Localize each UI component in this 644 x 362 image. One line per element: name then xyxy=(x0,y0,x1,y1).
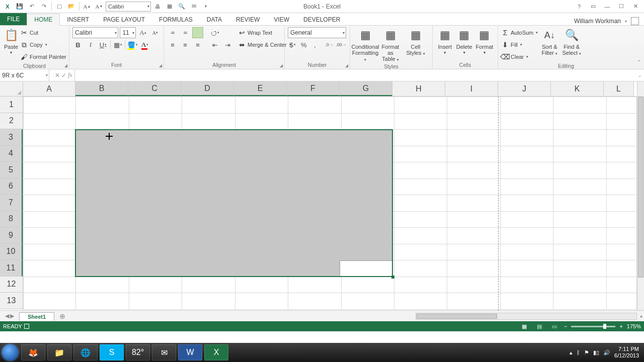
cell[interactable] xyxy=(129,277,182,293)
cell[interactable] xyxy=(606,244,636,260)
cell[interactable] xyxy=(182,146,235,162)
cell[interactable] xyxy=(182,228,235,244)
cell[interactable] xyxy=(288,130,341,146)
cell[interactable] xyxy=(394,97,447,114)
row-header[interactable]: 4 xyxy=(0,146,23,162)
cell[interactable] xyxy=(500,178,553,195)
cell[interactable] xyxy=(24,146,76,162)
vertical-scrollbar[interactable] xyxy=(637,81,644,310)
borders-button[interactable]: ▦ xyxy=(112,39,123,50)
cell[interactable] xyxy=(235,146,288,162)
cell[interactable] xyxy=(24,178,76,195)
cell[interactable] xyxy=(447,293,500,310)
taskbar-app-firefox[interactable]: 🦊 xyxy=(21,344,45,360)
cell[interactable] xyxy=(553,277,606,293)
align-left-button[interactable]: ≡ xyxy=(167,39,178,50)
start-button[interactable] xyxy=(2,344,18,360)
cell[interactable] xyxy=(24,260,76,277)
avatar[interactable] xyxy=(631,17,639,25)
cell[interactable] xyxy=(606,195,636,212)
tray-network-icon[interactable]: ▮▯ xyxy=(593,349,599,356)
cell[interactable] xyxy=(606,293,636,310)
tray-volume-icon[interactable]: 🔊 xyxy=(603,349,610,356)
cell[interactable] xyxy=(76,130,129,146)
column-header[interactable]: F xyxy=(287,81,340,96)
tab-data[interactable]: DATA xyxy=(200,14,229,25)
cell[interactable] xyxy=(129,228,182,244)
cell-styles-button[interactable]: ▦CellStyles ▾ xyxy=(404,27,428,57)
increase-indent-button[interactable]: ⇥ xyxy=(222,39,233,50)
tab-page-layout[interactable]: PAGE LAYOUT xyxy=(96,14,152,25)
cell[interactable] xyxy=(553,211,606,228)
row-header[interactable]: 7 xyxy=(0,195,23,211)
page-layout-view-button[interactable]: ▤ xyxy=(534,322,545,330)
cell[interactable] xyxy=(235,228,288,244)
cell[interactable] xyxy=(606,146,636,162)
accounting-format-button[interactable]: $ xyxy=(288,39,297,50)
zoom-level[interactable]: 175% xyxy=(627,323,641,329)
clear-button[interactable]: ⌫Clear▾ xyxy=(501,51,538,62)
tray-bluetooth-icon[interactable]: ᛒ xyxy=(577,349,580,355)
normal-view-button[interactable]: ▦ xyxy=(519,322,530,330)
cell[interactable] xyxy=(182,97,235,114)
qat-font-combo[interactable]: Calibri xyxy=(106,2,151,12)
cell[interactable] xyxy=(288,97,341,114)
user-dropdown-icon[interactable]: ▾ xyxy=(625,19,627,24)
cell[interactable] xyxy=(553,162,606,179)
row-header[interactable]: 2 xyxy=(0,113,23,130)
taskbar-app-chrome[interactable]: 🌐 xyxy=(73,344,98,360)
cell[interactable] xyxy=(447,162,500,179)
minimize-icon[interactable]: ― xyxy=(602,1,613,12)
cell[interactable] xyxy=(606,97,636,114)
cell[interactable] xyxy=(394,113,447,130)
column-header[interactable]: D xyxy=(181,81,234,96)
row-header[interactable]: 9 xyxy=(0,227,23,244)
cut-button[interactable]: ✂Cut xyxy=(20,27,66,38)
tray-flag-icon[interactable]: ⚑ xyxy=(584,349,589,356)
cell[interactable] xyxy=(288,162,341,179)
cell[interactable] xyxy=(24,293,76,310)
row-header[interactable]: 11 xyxy=(0,260,23,277)
shrink-font-button[interactable]: A▾ xyxy=(150,27,160,38)
wrap-text-button[interactable]: ↩Wrap Text xyxy=(238,27,291,38)
cell[interactable] xyxy=(447,113,500,130)
cell[interactable] xyxy=(24,162,76,179)
cell[interactable] xyxy=(129,146,182,162)
taskbar-app-excel[interactable]: X xyxy=(204,344,228,360)
column-header[interactable]: B xyxy=(75,81,128,96)
ribbon-options-icon[interactable]: ▭ xyxy=(588,1,599,12)
taskbar-app-weather[interactable]: 82° xyxy=(126,344,150,360)
cell[interactable] xyxy=(447,260,500,277)
cell[interactable] xyxy=(500,211,553,228)
cell[interactable] xyxy=(553,178,606,195)
align-top-button[interactable]: ＝ xyxy=(167,27,178,38)
italic-button[interactable]: I xyxy=(85,39,96,50)
new-sheet-button[interactable]: ⊕ xyxy=(54,312,70,320)
tray-expand-icon[interactable]: ▴ xyxy=(570,349,573,356)
cell[interactable] xyxy=(553,244,606,260)
font-name-combo[interactable]: Calibri xyxy=(72,27,118,38)
cell[interactable] xyxy=(235,277,288,293)
undo-icon[interactable]: ↶ xyxy=(26,1,37,12)
quick-print-icon[interactable]: 🖶 xyxy=(152,1,163,12)
autosum-button[interactable]: ΣAutoSum▾ xyxy=(501,27,538,38)
cell[interactable] xyxy=(235,162,288,179)
cell[interactable] xyxy=(447,228,500,244)
column-header[interactable]: K xyxy=(551,81,604,96)
cancel-fx-icon[interactable]: ✕ xyxy=(55,72,60,79)
cell[interactable] xyxy=(500,162,553,179)
cell[interactable] xyxy=(341,260,394,277)
conditional-formatting-button[interactable]: ▦ConditionalFormatting ▾ xyxy=(353,27,377,63)
cell[interactable] xyxy=(288,195,341,212)
table-icon[interactable]: ▦ xyxy=(164,1,175,12)
format-painter-button[interactable]: 🖌Format Painter xyxy=(20,51,66,62)
cell[interactable] xyxy=(500,113,553,130)
cell[interactable] xyxy=(341,178,394,195)
format-as-table-button[interactable]: ▦Format asTable ▾ xyxy=(378,27,403,63)
dialog-launcher-icon[interactable]: ◢ xyxy=(64,63,67,68)
column-header[interactable]: L xyxy=(604,81,634,96)
cell[interactable] xyxy=(341,97,394,114)
collapse-ribbon-icon[interactable]: ˆ xyxy=(634,26,644,69)
cell[interactable] xyxy=(288,277,341,293)
delete-cells-button[interactable]: ▦Delete▼ xyxy=(455,27,473,56)
